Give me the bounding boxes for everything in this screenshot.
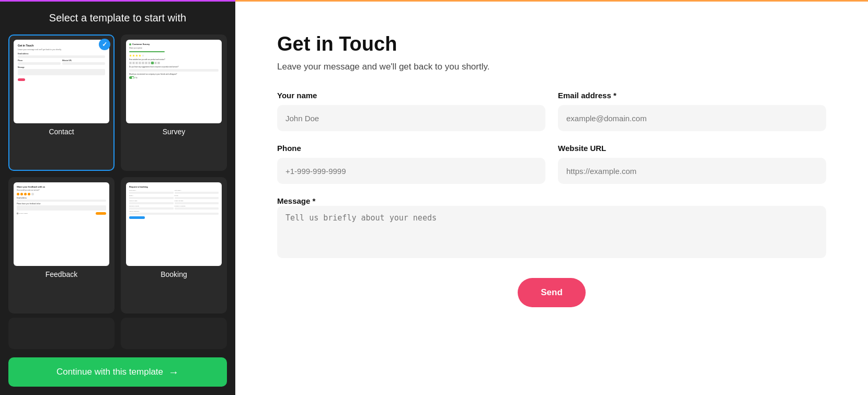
more-templates-row [8, 318, 227, 349]
templates-grid: ✓ Get in Touch Leave your message and we… [8, 34, 227, 313]
website-url-group: Website URL [558, 144, 826, 184]
more-card-1 [8, 318, 115, 349]
phone-input[interactable] [277, 158, 545, 184]
form-title: Get in Touch [277, 33, 826, 55]
website-url-label: Website URL [558, 144, 826, 153]
booking-preview-container: Request a booking First name * Last name… [126, 182, 222, 266]
left-panel: Select a template to start with ✓ Get in… [0, 0, 235, 395]
survey-template-preview: Customer Survey Share your opinion How s… [126, 40, 222, 123]
right-panel: Get in Touch Leave your message and we'l… [235, 0, 868, 395]
your-name-input[interactable] [277, 105, 545, 131]
survey-preview-container: Customer Survey Share your opinion How s… [126, 40, 222, 123]
email-address-label: Email address * [558, 91, 826, 100]
feedback-preview-container: Share your feedback with us How would yo… [14, 182, 109, 266]
more-card-2 [121, 318, 227, 349]
survey-template-name: Survey [163, 127, 186, 136]
selected-checkmark: ✓ [99, 39, 110, 50]
phone-website-row: Phone Website URL [277, 144, 826, 184]
template-card-feedback[interactable]: Share your feedback with us How would yo… [8, 177, 115, 313]
message-textarea[interactable] [277, 206, 826, 258]
phone-group: Phone [277, 144, 545, 184]
template-card-booking[interactable]: Request a booking First name * Last name… [121, 177, 227, 313]
contact-preview-container: Get in Touch Leave your message and we'l… [14, 40, 109, 123]
phone-label: Phone [277, 144, 545, 153]
message-group: Message * [277, 196, 826, 260]
continue-arrow-icon: → [168, 366, 179, 378]
email-address-input[interactable] [558, 105, 826, 131]
template-card-contact[interactable]: ✓ Get in Touch Leave your message and we… [8, 34, 115, 171]
continue-button[interactable]: Continue with this template → [8, 357, 227, 387]
contact-template-preview: Get in Touch Leave your message and we'l… [14, 40, 109, 123]
feedback-template-preview: Share your feedback with us How would yo… [14, 182, 109, 266]
template-card-survey[interactable]: Customer Survey Share your opinion How s… [121, 34, 227, 171]
your-name-group: Your name [277, 91, 545, 131]
booking-template-preview: Request a booking First name * Last name… [126, 182, 222, 266]
your-name-label: Your name [277, 91, 545, 100]
message-label: Message * [277, 196, 315, 205]
email-address-group: Email address * [558, 91, 826, 131]
contact-template-name: Contact [49, 127, 74, 136]
form-subtitle: Leave your message and we'll get back to… [277, 62, 826, 72]
send-row: Send [277, 273, 826, 307]
continue-button-label: Continue with this template [56, 367, 163, 377]
feedback-template-name: Feedback [45, 270, 77, 278]
panel-title: Select a template to start with [49, 12, 186, 24]
send-button[interactable]: Send [518, 278, 586, 307]
website-url-input[interactable] [558, 158, 826, 184]
name-email-row: Your name Email address * [277, 91, 826, 131]
booking-template-name: Booking [161, 270, 187, 278]
